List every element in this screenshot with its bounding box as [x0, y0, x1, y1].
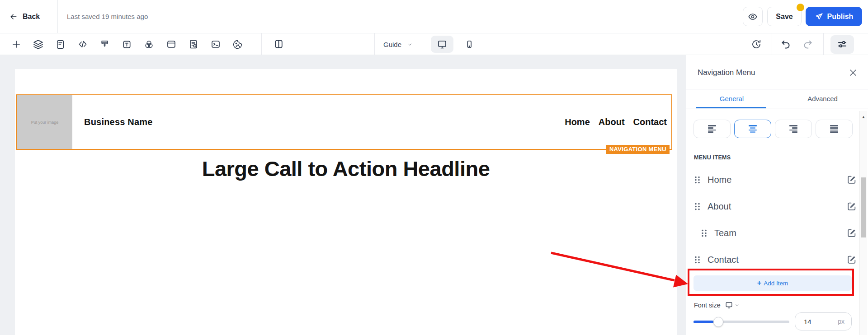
terminal-icon[interactable] — [210, 39, 221, 50]
redo-icon[interactable] — [802, 39, 813, 50]
desktop-device-button[interactable] — [431, 36, 453, 53]
editor-toolbar: Guide — [0, 33, 868, 55]
menu-item-label: Home — [708, 175, 847, 185]
align-center-icon — [749, 125, 757, 132]
edit-icon[interactable] — [847, 255, 857, 265]
undo-icon[interactable] — [780, 39, 791, 50]
device-switcher — [431, 33, 481, 55]
scroll-up-arrow[interactable]: ▲ — [860, 115, 867, 119]
drag-handle-icon[interactable] — [701, 229, 708, 237]
edit-icon[interactable] — [847, 201, 857, 211]
menu-item-label: Team — [714, 228, 847, 238]
eye-icon — [748, 12, 758, 22]
text-icon[interactable] — [121, 39, 132, 50]
align-right-button[interactable] — [775, 120, 812, 138]
form-icon[interactable] — [55, 39, 66, 50]
section-icon[interactable] — [165, 39, 177, 50]
edit-icon[interactable] — [847, 175, 857, 185]
desktop-icon — [437, 39, 448, 50]
add-item-label: Add Item — [764, 280, 788, 287]
menu-item-label: Contact — [708, 255, 847, 265]
font-size-value-box[interactable]: 14 px — [795, 312, 852, 330]
arrow-left-icon — [9, 12, 18, 21]
back-button[interactable]: Back — [9, 0, 40, 33]
divider — [57, 0, 58, 33]
editor-window: Back Last saved 19 minutes ago Save Publ… — [0, 0, 868, 335]
publish-button[interactable]: Publish — [806, 7, 862, 26]
font-size-value: 14 — [804, 318, 811, 326]
toolbar-left-icons — [10, 33, 243, 55]
colors-icon[interactable] — [143, 39, 155, 50]
drag-handle-icon[interactable] — [694, 256, 702, 264]
logo-placeholder-text: Put your image — [31, 120, 59, 125]
nav-link-about[interactable]: About — [599, 117, 625, 127]
back-label: Back — [23, 13, 40, 21]
toolbar-right-icons — [750, 33, 854, 55]
panel-header: Navigation Menu — [686, 55, 868, 89]
style-brush-icon[interactable] — [99, 39, 110, 50]
add-item-button[interactable]: + Add Item — [693, 275, 852, 291]
top-bar: Back Last saved 19 minutes ago Save Publ… — [0, 0, 868, 33]
save-label: Save — [776, 13, 793, 21]
divider — [823, 33, 824, 55]
plus-icon: + — [757, 279, 761, 287]
guide-label: Guide — [383, 41, 401, 48]
close-icon[interactable] — [848, 68, 858, 78]
tab-advanced[interactable]: Advanced — [777, 89, 868, 108]
hero-headline[interactable]: Large Call to Action Headline — [15, 156, 677, 181]
history-icon[interactable] — [750, 39, 762, 50]
cookie-icon[interactable] — [232, 39, 243, 50]
slider-thumb[interactable] — [713, 317, 723, 327]
menu-item-label: About — [708, 201, 847, 212]
tab-general[interactable]: General — [686, 89, 777, 108]
unsaved-changes-badge — [797, 4, 804, 11]
align-left-button[interactable] — [693, 120, 731, 138]
preview-button[interactable] — [743, 7, 763, 26]
chevron-down-icon — [407, 42, 413, 47]
mobile-device-button[interactable] — [458, 36, 481, 53]
layers-icon[interactable] — [33, 39, 44, 50]
save-button[interactable]: Save — [767, 7, 802, 26]
menu-item-row-team[interactable]: Team — [694, 225, 857, 241]
business-name-text[interactable]: Business Name — [84, 95, 153, 149]
menu-item-row-contact[interactable]: Contact — [694, 251, 857, 268]
guide-dropdown[interactable]: Guide — [383, 33, 413, 55]
font-size-device-selector[interactable] — [725, 301, 740, 309]
nav-link-home[interactable]: Home — [565, 117, 590, 127]
add-icon[interactable] — [10, 39, 22, 50]
nav-links: Home About Contact — [565, 95, 667, 149]
logo-placeholder[interactable]: Put your image — [17, 95, 72, 149]
sliders-icon — [837, 39, 848, 50]
code-icon[interactable] — [77, 39, 88, 50]
page-canvas: Put your image Business Name Home About … — [15, 69, 677, 335]
font-size-unit: px — [838, 318, 844, 325]
divider — [772, 33, 772, 55]
panel-title: Navigation Menu — [698, 68, 755, 77]
publish-label: Publish — [827, 13, 854, 21]
drag-handle-icon[interactable] — [694, 176, 702, 184]
send-icon — [815, 12, 823, 21]
align-justify-button[interactable] — [816, 120, 853, 138]
menu-items-section-label: MENU ITEMS — [694, 154, 731, 161]
panel-scrollbar[interactable]: ▲ — [859, 111, 867, 335]
menu-item-row-home[interactable]: Home — [694, 172, 857, 188]
font-size-label: Font size — [694, 302, 721, 309]
navigation-menu-element[interactable]: Put your image Business Name Home About … — [16, 94, 672, 150]
align-justify-icon — [830, 125, 838, 132]
align-right-icon — [789, 125, 797, 132]
settings-panel-toggle[interactable] — [830, 35, 854, 54]
font-size-slider[interactable] — [693, 321, 789, 323]
chevron-down-icon — [735, 302, 740, 308]
font-size-row: Font size — [694, 301, 740, 309]
scrollbar-thumb[interactable] — [861, 177, 866, 237]
divider — [374, 33, 375, 55]
nav-link-contact[interactable]: Contact — [633, 117, 667, 127]
alignment-options — [693, 120, 853, 138]
edit-icon[interactable] — [847, 228, 857, 238]
align-center-button[interactable] — [734, 120, 771, 138]
menu-item-row-about[interactable]: About — [694, 198, 857, 214]
drag-handle-icon[interactable] — [694, 203, 702, 210]
settings-panel: Navigation Menu General Advanced MENU IT… — [686, 55, 868, 335]
columns-icon[interactable] — [273, 38, 284, 50]
page-search-icon[interactable] — [188, 39, 199, 50]
